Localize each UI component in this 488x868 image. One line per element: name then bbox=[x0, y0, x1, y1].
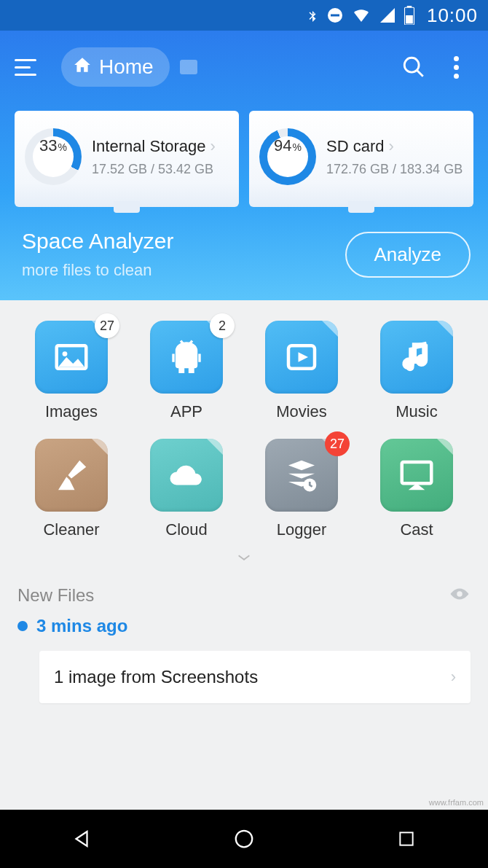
home-label: Home bbox=[99, 55, 154, 79]
storage-usage: 17.52 GB / 53.42 GB bbox=[92, 162, 229, 177]
app-bar: Home bbox=[0, 31, 488, 103]
svg-rect-3 bbox=[407, 6, 412, 7]
category-movies[interactable]: Movies bbox=[248, 321, 355, 421]
navigation-bar bbox=[0, 810, 488, 868]
cellular-signal-icon bbox=[379, 7, 396, 24]
watermark: www.frfam.com bbox=[429, 798, 484, 807]
header-area: Home 33% Internal Storage› 17.52 GB / 53… bbox=[0, 31, 488, 300]
battery-icon bbox=[404, 6, 415, 25]
timeline-dot-icon bbox=[17, 621, 28, 631]
time-group-label: 3 mins ago bbox=[17, 616, 471, 636]
chevron-right-icon: › bbox=[210, 137, 216, 156]
app-badge: 2 bbox=[210, 313, 235, 338]
svg-line-6 bbox=[417, 70, 423, 77]
bluetooth-icon bbox=[306, 6, 319, 25]
storage-cards-row: 33% Internal Storage› 17.52 GB / 53.42 G… bbox=[0, 111, 488, 207]
do-not-disturb-icon bbox=[326, 7, 344, 24]
broom-icon bbox=[52, 455, 91, 495]
chevron-right-icon: › bbox=[388, 137, 393, 156]
cast-icon bbox=[397, 455, 436, 495]
file-card-title: 1 image from Screenshots bbox=[54, 667, 258, 687]
internal-storage-donut: 33% bbox=[25, 128, 82, 185]
visibility-icon[interactable] bbox=[449, 587, 471, 604]
category-cloud[interactable]: Cloud bbox=[133, 439, 240, 539]
back-button[interactable] bbox=[67, 824, 96, 853]
menu-button[interactable] bbox=[15, 52, 44, 82]
image-icon bbox=[52, 337, 91, 377]
window-icon[interactable] bbox=[180, 60, 197, 74]
svg-rect-1 bbox=[331, 15, 339, 17]
svg-rect-16 bbox=[401, 832, 413, 845]
new-files-header: New Files bbox=[0, 576, 488, 613]
analyzer-title: Space Analyzer bbox=[22, 229, 173, 254]
wifi-icon bbox=[351, 7, 371, 24]
movie-icon bbox=[282, 337, 321, 377]
category-label: Music bbox=[395, 402, 437, 421]
svg-point-5 bbox=[404, 58, 419, 72]
storage-title: Internal Storage bbox=[92, 137, 206, 156]
category-label: Images bbox=[45, 402, 98, 421]
logger-badge: 27 bbox=[325, 431, 350, 456]
storage-title: SD card bbox=[326, 137, 384, 156]
svg-rect-4 bbox=[406, 15, 413, 23]
storage-card-internal[interactable]: 33% Internal Storage› 17.52 GB / 53.42 G… bbox=[15, 111, 239, 207]
file-card[interactable]: 1 image from Screenshots › bbox=[39, 651, 471, 703]
category-images[interactable]: 27 Images bbox=[17, 321, 125, 421]
recent-apps-button[interactable] bbox=[392, 824, 421, 853]
new-files-timeline: 3 mins ago 1 image from Screenshots › bbox=[0, 613, 488, 703]
category-grid: 27 Images 2 APP Movies Music Cleaner Clo… bbox=[0, 300, 488, 544]
svg-point-8 bbox=[63, 351, 68, 356]
category-label: Logger bbox=[277, 520, 327, 539]
svg-point-12 bbox=[406, 363, 414, 371]
svg-point-10 bbox=[190, 346, 193, 349]
category-label: Cast bbox=[400, 520, 433, 539]
home-tab[interactable]: Home bbox=[61, 47, 170, 87]
svg-point-9 bbox=[180, 346, 183, 349]
android-icon bbox=[167, 337, 206, 377]
search-button[interactable] bbox=[396, 50, 431, 85]
category-app[interactable]: 2 APP bbox=[133, 321, 240, 421]
sdcard-donut: 94% bbox=[259, 128, 316, 185]
space-analyzer-section: Space Analyzer more files to clean Analy… bbox=[0, 207, 488, 280]
analyze-button[interactable]: Analyze bbox=[345, 232, 471, 278]
category-label: Cloud bbox=[165, 520, 207, 539]
category-label: Movies bbox=[276, 402, 327, 421]
category-cleaner[interactable]: Cleaner bbox=[17, 439, 125, 539]
analyzer-subtitle: more files to clean bbox=[22, 261, 173, 280]
category-logger[interactable]: 27 Logger bbox=[248, 439, 355, 539]
category-music[interactable]: Music bbox=[363, 321, 471, 421]
category-label: Cleaner bbox=[43, 520, 99, 539]
category-label: APP bbox=[170, 402, 202, 421]
images-badge: 27 bbox=[95, 313, 119, 338]
status-bar: 10:00 bbox=[0, 0, 488, 31]
storage-card-sdcard[interactable]: 94% SD card› 172.76 GB / 183.34 GB bbox=[249, 111, 473, 207]
logger-icon bbox=[282, 455, 321, 495]
home-icon bbox=[73, 55, 92, 79]
svg-rect-14 bbox=[402, 462, 432, 483]
cloud-icon bbox=[167, 455, 206, 495]
storage-usage: 172.76 GB / 183.34 GB bbox=[326, 162, 463, 177]
more-options-button[interactable] bbox=[438, 50, 473, 85]
music-icon bbox=[397, 337, 436, 377]
svg-point-15 bbox=[236, 831, 253, 848]
new-files-title: New Files bbox=[17, 585, 94, 606]
expand-categories-button[interactable] bbox=[0, 544, 488, 576]
clock-time: 10:00 bbox=[427, 4, 478, 27]
home-button[interactable] bbox=[229, 824, 259, 853]
chevron-down-icon bbox=[236, 552, 252, 563]
category-cast[interactable]: Cast bbox=[363, 439, 471, 539]
chevron-right-icon: › bbox=[451, 668, 456, 687]
